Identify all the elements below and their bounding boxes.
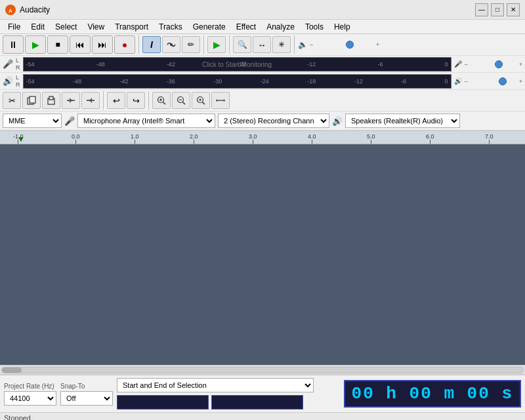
api-select[interactable]: MME — [3, 114, 62, 128]
speaker-select[interactable]: Speakers (Realtek(R) Audio) — [345, 114, 460, 128]
scroll-track[interactable] — [1, 367, 524, 373]
speaker-device-icon: 🔊 — [332, 116, 343, 126]
output-meter-icon[interactable]: 🔊 — [3, 76, 13, 86]
silence-button[interactable] — [81, 92, 100, 109]
stop-button[interactable]: ■ — [47, 35, 68, 54]
speaker-icon: 🔈 — [298, 40, 308, 49]
play-button[interactable]: ▶ — [25, 35, 46, 54]
menu-effect[interactable]: Effect — [231, 20, 261, 33]
separator-3 — [229, 35, 230, 54]
output-volume-icon: 🔊 — [454, 77, 462, 85]
separator-2 — [203, 35, 204, 54]
input-volume-slider[interactable] — [471, 60, 516, 69]
project-rate-group: Project Rate (Hz) 44100 — [4, 383, 56, 406]
transport-toolbar: ⏸ ▶ ■ ⏮ ⏭ ● I ✏ ▶ 🔍 ↔ ✳ 🔈 – + — [0, 34, 525, 56]
input-meter-row: 🎤 LR -54-48-42Click to Start Monitoring … — [0, 56, 525, 73]
close-button[interactable]: ✕ — [507, 3, 520, 16]
menu-view[interactable]: View — [82, 20, 110, 33]
microphone-select[interactable]: Microphone Array (Intel® Smart — [77, 114, 215, 128]
input-vol-min: – — [465, 61, 468, 68]
output-vu-meter: -54-48-42-36-30-24-18-12-60 — [23, 74, 452, 89]
svg-rect-6 — [49, 96, 53, 100]
input-meter-icon[interactable]: 🎤 — [3, 59, 13, 69]
lr-label-output: LR — [16, 74, 20, 89]
zoom-selection-button[interactable] — [192, 92, 210, 109]
skip-start-button[interactable]: ⏮ — [70, 35, 91, 54]
menu-help[interactable]: Help — [329, 20, 356, 33]
status-top: Project Rate (Hz) 44100 Snap-To Off Star… — [0, 375, 525, 412]
record-button[interactable]: ● — [114, 35, 135, 54]
app-icon: A — [5, 5, 16, 15]
selection-tool-button[interactable]: I — [142, 36, 161, 53]
skip-end-button[interactable]: ⏭ — [92, 35, 113, 54]
output-volume-slider[interactable] — [471, 77, 516, 86]
maximize-button[interactable]: □ — [491, 3, 504, 16]
svg-point-20 — [200, 99, 201, 101]
time-shift-tool-button[interactable]: ↔ — [253, 36, 271, 53]
svg-marker-8 — [70, 98, 72, 103]
svg-line-19 — [202, 102, 205, 104]
menu-file[interactable]: File — [3, 20, 26, 33]
window-controls: — □ ✕ — [475, 3, 520, 16]
snap-to-group: Snap-To Off — [60, 383, 113, 406]
menu-tracks[interactable]: Tracks — [154, 20, 188, 33]
svg-line-12 — [163, 102, 165, 104]
zoom-out-button[interactable] — [172, 92, 190, 109]
zoom-fit-button[interactable] — [211, 92, 230, 109]
separator-edit-1 — [103, 91, 104, 110]
svg-text:A: A — [9, 8, 12, 14]
toolbar-area: ⏸ ▶ ■ ⏮ ⏭ ● I ✏ ▶ 🔍 ↔ ✳ 🔈 – + — [0, 34, 525, 131]
zoom-in-button[interactable] — [152, 92, 171, 109]
mic-icon: 🎤 — [64, 116, 75, 126]
menu-analyze[interactable]: Analyze — [261, 20, 300, 33]
scroll-thumb[interactable] — [2, 368, 22, 373]
output-meter-row: 🔊 LR -54-48-42-36-30-24-18-12-60 🔊 – + — [0, 73, 525, 90]
project-rate-select[interactable]: 44100 — [4, 391, 56, 406]
snap-to-label: Snap-To — [60, 383, 113, 390]
envelope-tool-button[interactable] — [162, 36, 180, 53]
copy-button[interactable] — [22, 92, 41, 109]
minimize-button[interactable]: — — [475, 3, 488, 16]
title-bar: A Audacity — □ ✕ — [0, 0, 525, 20]
track-area[interactable] — [0, 144, 525, 365]
edit-toolbar: ✂ ↩ ↪ — [0, 90, 525, 112]
redo-button[interactable]: ↪ — [127, 92, 145, 109]
channels-select[interactable]: 2 (Stereo) Recording Chann — [218, 114, 329, 128]
multi-tool-button[interactable]: ✳ — [272, 36, 291, 53]
ruler-tick-4: 4.0 — [308, 133, 316, 144]
trim-button[interactable] — [62, 92, 80, 109]
selection-group: Start and End of Selection 00 h 00 m 00,… — [117, 378, 340, 410]
selection-type-select[interactable]: Start and End of Selection — [117, 378, 314, 392]
cut-button[interactable]: ✂ — [3, 92, 21, 109]
ruler-tick-7: 7.0 — [485, 133, 494, 144]
ruler-tick-5: 5.0 — [367, 133, 375, 144]
snap-to-select[interactable]: Off — [60, 391, 113, 406]
menu-generate[interactable]: Generate — [188, 20, 231, 33]
svg-line-16 — [182, 102, 185, 104]
paste-button[interactable] — [42, 92, 60, 109]
selection-end-input[interactable]: 00 h 00 m 00,000 s — [211, 395, 303, 410]
ruler-tick-minus1: -1.0 — [13, 133, 24, 144]
zoom-tool-button[interactable]: 🔍 — [233, 36, 251, 53]
menu-transport[interactable]: Transport — [110, 20, 154, 33]
playback-volume-slider[interactable] — [315, 40, 374, 49]
play-at-speed-button[interactable]: ▶ — [207, 36, 226, 53]
input-meter-scale: -54-48-42Click to Start Monitoring -18-1… — [26, 61, 448, 68]
menu-edit[interactable]: Edit — [26, 20, 50, 33]
status-text-bar: Stopped. — [0, 412, 525, 420]
svg-marker-23 — [224, 99, 225, 102]
playback-volume-container: 🔈 – + — [298, 40, 379, 49]
input-volume-icon: 🎤 — [454, 60, 462, 68]
ruler-tick-3: 3.0 — [249, 133, 257, 144]
pause-button[interactable]: ⏸ — [3, 35, 24, 54]
undo-button[interactable]: ↩ — [107, 92, 125, 109]
selection-start-input[interactable]: 00 h 00 m 00,000 s — [117, 395, 209, 410]
project-rate-label: Project Rate (Hz) — [4, 383, 56, 390]
separator-edit-2 — [148, 91, 149, 110]
ruler-tick-6: 6.0 — [426, 133, 434, 144]
draw-tool-button[interactable]: ✏ — [182, 36, 200, 53]
menu-tools[interactable]: Tools — [300, 20, 329, 33]
svg-rect-4 — [30, 96, 35, 103]
menu-select[interactable]: Select — [50, 20, 82, 33]
horizontal-scrollbar[interactable] — [0, 365, 525, 374]
